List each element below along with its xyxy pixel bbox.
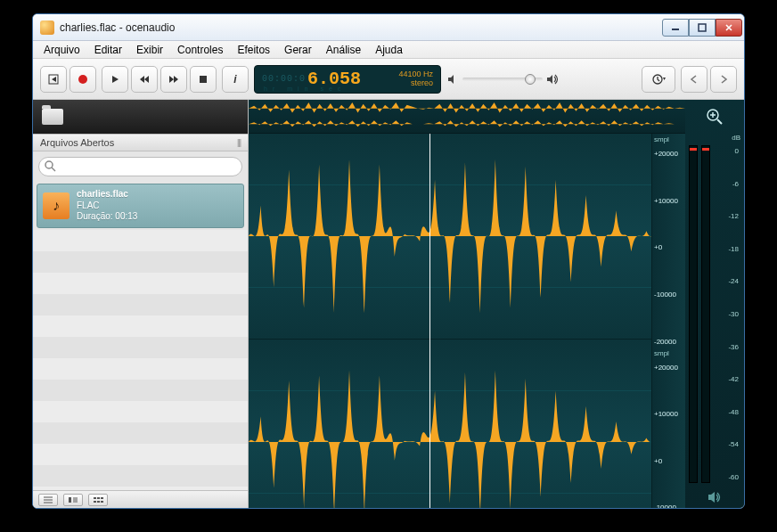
svg-rect-13 <box>97 501 100 503</box>
goto-start-button[interactable] <box>40 66 67 93</box>
zoom-in-icon[interactable] <box>685 100 744 134</box>
file-format-label: FLAC <box>77 201 137 212</box>
nav-back-button[interactable] <box>681 66 707 93</box>
svg-rect-8 <box>69 497 71 503</box>
menu-editar[interactable]: Editar <box>87 42 129 58</box>
toolbar: i 00:00:0 6.058 44100 Hz stereo hr min s… <box>33 59 744 100</box>
menu-controles[interactable]: Controles <box>170 42 230 58</box>
folder-icon <box>42 109 63 125</box>
svg-point-7 <box>45 161 53 168</box>
waveform-overview[interactable] <box>249 100 685 134</box>
level-meter-left <box>689 145 698 483</box>
forward-button[interactable] <box>160 66 187 93</box>
view-list-button[interactable] <box>38 494 58 506</box>
search-input[interactable] <box>38 157 242 176</box>
nav-forward-button[interactable] <box>710 66 737 93</box>
close-button[interactable] <box>716 19 742 37</box>
sidebar-section-header: Arquivos Abertos ||| <box>33 134 248 151</box>
volume-slider[interactable] <box>462 78 543 81</box>
svg-rect-11 <box>101 497 103 499</box>
menu-arquivo[interactable]: Arquivo <box>37 42 87 58</box>
svg-point-3 <box>78 75 87 84</box>
titlebar[interactable]: charlies.flac - ocenaudio <box>33 14 744 41</box>
waveform-panel: smpl +20000 +10000 +0 -10000 -20000 smpl… <box>249 100 744 508</box>
time-prefix: 00:00:0 <box>262 74 306 84</box>
svg-rect-10 <box>97 497 100 499</box>
svg-rect-1 <box>699 24 706 31</box>
waveform-channel-left[interactable] <box>249 134 651 339</box>
svg-rect-12 <box>94 501 96 503</box>
svg-rect-0 <box>672 29 679 30</box>
record-button[interactable] <box>70 66 96 93</box>
view-grid-button[interactable] <box>88 494 108 506</box>
menubar: Arquivo Editar Exibir Controles Efeitos … <box>33 41 744 59</box>
menu-gerar[interactable]: Gerar <box>277 42 319 58</box>
sidebar-tab-open-files[interactable] <box>33 100 248 134</box>
menu-ajuda[interactable]: Ajuda <box>368 42 410 58</box>
amp-unit-label: smpl <box>652 134 685 148</box>
file-name-label: charlies.flac <box>77 189 137 201</box>
volume-high-icon <box>546 73 560 86</box>
maximize-button[interactable] <box>689 19 716 37</box>
view-detail-button[interactable] <box>63 494 83 506</box>
window-title: charlies.flac - ocenaudio <box>60 21 175 34</box>
app-icon <box>40 20 54 35</box>
sidebar-header-label: Arquivos Abertos <box>40 137 114 148</box>
grip-icon[interactable]: ||| <box>237 138 241 147</box>
volume-low-icon <box>446 73 459 86</box>
menu-efeitos[interactable]: Efeitos <box>230 42 277 58</box>
menu-analise[interactable]: Análise <box>319 42 368 58</box>
volume-thumb[interactable] <box>525 74 536 85</box>
rewind-button[interactable] <box>131 66 158 93</box>
level-meter-panel: dB 0 -6 -12 -18 -24 -30 -36 -42 -48 -5 <box>685 100 744 508</box>
svg-rect-14 <box>101 501 103 503</box>
play-button[interactable] <box>102 66 128 93</box>
stop-button[interactable] <box>190 66 217 93</box>
db-unit-label: dB <box>732 134 740 142</box>
history-button[interactable] <box>642 66 675 93</box>
level-meter-right <box>701 145 710 483</box>
minimize-button[interactable] <box>662 19 689 37</box>
file-list-empty <box>33 230 248 491</box>
volume-control <box>446 73 560 86</box>
waveform-channels[interactable] <box>249 134 651 509</box>
amplitude-scale: smpl +20000 +10000 +0 -10000 -20000 smpl… <box>651 134 685 509</box>
menu-exibir[interactable]: Exibir <box>129 42 170 58</box>
svg-text:i: i <box>233 73 237 86</box>
file-list-item[interactable]: ♪ charlies.flac FLAC Duração: 00:13 <box>37 184 244 228</box>
channels-label: stereo <box>398 79 433 88</box>
app-window: charlies.flac - ocenaudio Arquivo Editar… <box>32 13 745 509</box>
speaker-icon[interactable] <box>685 487 744 508</box>
info-button[interactable]: i <box>222 66 249 93</box>
file-duration-label: Duração: 00:13 <box>77 211 137 223</box>
svg-rect-4 <box>200 76 207 83</box>
db-scale: 0 -6 -12 -18 -24 -30 -36 -42 -48 -54 -60 <box>714 145 740 483</box>
time-unit-labels: hr min sec <box>264 86 346 92</box>
music-note-icon: ♪ <box>43 192 70 219</box>
sidebar-footer <box>33 490 248 508</box>
sidebar: Arquivos Abertos ||| ♪ charlies.flac FLA… <box>33 100 249 508</box>
search-icon <box>45 160 56 172</box>
waveform-channel-right[interactable] <box>249 339 651 509</box>
time-display[interactable]: 00:00:0 6.058 44100 Hz stereo hr min sec <box>254 65 441 94</box>
svg-rect-9 <box>94 497 96 499</box>
